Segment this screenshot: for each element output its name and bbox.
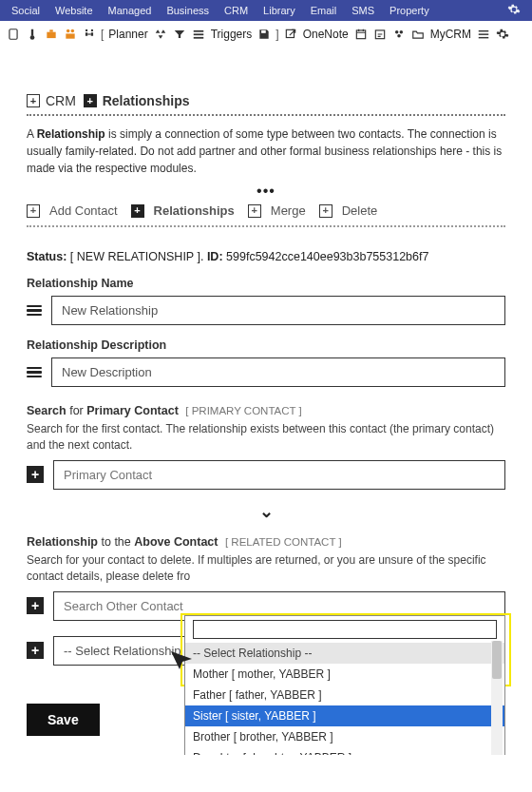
primary-contact-input[interactable] xyxy=(53,460,505,490)
toolbar: [ Planner Triggers ] OneNote MyCRM xyxy=(0,21,532,48)
status-label: Status: xyxy=(27,250,66,263)
nav-business[interactable]: Business xyxy=(166,5,209,16)
relationship-dropdown[interactable]: -- Select Relationship -- Mother [ mothe… xyxy=(184,615,505,755)
id-value: 599fc5942cce140ee93b3b755312b6f7 xyxy=(226,250,428,263)
relationship-select-row: -- Select Relationship -- Select Relatio… xyxy=(27,636,505,666)
folder-icon[interactable] xyxy=(411,28,425,41)
scrollbar-thumb[interactable] xyxy=(492,641,502,679)
status-row: Status: [ NEW RELATIONSHIP ]. ID: 599fc5… xyxy=(27,250,505,263)
device-icon[interactable] xyxy=(7,28,20,41)
add-related-icon[interactable] xyxy=(27,597,44,614)
svg-point-2 xyxy=(30,35,35,40)
group-icon[interactable] xyxy=(392,28,406,41)
dropdown-search-input[interactable] xyxy=(193,620,497,639)
recycle-icon[interactable] xyxy=(154,28,167,41)
svg-point-9 xyxy=(86,29,87,31)
add-primary-icon[interactable] xyxy=(27,466,44,483)
relationship-desc-input[interactable] xyxy=(51,357,505,387)
id-label: ID: xyxy=(207,250,223,263)
expand-relationships-icon[interactable] xyxy=(84,94,97,107)
reorder-icon[interactable] xyxy=(27,366,42,379)
svg-rect-23 xyxy=(479,37,489,38)
save-button[interactable]: Save xyxy=(27,704,100,736)
dropdown-placeholder[interactable]: -- Select Relationship -- xyxy=(185,643,504,664)
crumb-crm: CRM xyxy=(46,93,76,108)
relationships-icon[interactable] xyxy=(131,204,144,218)
bracket-close: ] xyxy=(276,28,278,41)
svg-rect-11 xyxy=(193,30,203,32)
bracket-open: [ xyxy=(101,28,104,41)
primary-sublabel: [ PRIMARY CONTACT ] xyxy=(185,405,301,416)
settings-icon[interactable] xyxy=(496,28,509,41)
ellipsis-icon[interactable]: ••• xyxy=(27,183,505,200)
merge-button[interactable]: Merge xyxy=(271,203,306,218)
svg-rect-7 xyxy=(66,33,70,38)
svg-rect-13 xyxy=(193,37,203,39)
dropdown-option-brother[interactable]: Brother [ brother, YABBER ] xyxy=(185,726,504,747)
nav-managed[interactable]: Managed xyxy=(108,5,152,16)
svg-point-10 xyxy=(91,29,93,31)
page-content: CRM Relationships A Relationship is simp… xyxy=(0,48,532,755)
onenote-link[interactable]: OneNote xyxy=(303,28,349,41)
reorder-icon[interactable] xyxy=(27,304,42,318)
mycrm-link[interactable]: MyCRM xyxy=(430,28,471,41)
planner-link[interactable]: Planner xyxy=(108,28,147,41)
svg-rect-21 xyxy=(479,30,489,31)
crumb-relationships: Relationships xyxy=(103,93,190,108)
svg-rect-15 xyxy=(286,29,294,37)
add-contact-icon[interactable] xyxy=(27,204,40,218)
dropdown-scrollbar[interactable] xyxy=(491,641,503,755)
handoff-icon[interactable] xyxy=(83,28,96,41)
relationships-button[interactable]: Relationships xyxy=(154,203,235,218)
svg-rect-3 xyxy=(47,32,55,38)
save-icon[interactable] xyxy=(257,28,271,41)
dropdown-option-daughter[interactable]: Daughter [ daughter, YABBER ] xyxy=(185,747,504,755)
name-label: Relationship Name xyxy=(27,277,505,290)
primary-label: Search for Primary Contact [ PRIMARY CON… xyxy=(27,404,505,417)
add-relationship-icon[interactable] xyxy=(27,642,44,659)
nav-property[interactable]: Property xyxy=(390,5,429,16)
delete-icon[interactable] xyxy=(319,204,332,218)
dropdown-option-father[interactable]: Father [ father, YABBER ] xyxy=(185,685,504,705)
nav-social[interactable]: Social xyxy=(11,5,40,16)
nav-crm[interactable]: CRM xyxy=(224,5,248,16)
nav-library[interactable]: Library xyxy=(263,5,295,16)
thermometer-icon[interactable] xyxy=(26,28,39,41)
intro-text: A Relationship is simply a connection of… xyxy=(27,126,505,177)
relationship-name-input[interactable] xyxy=(51,296,505,325)
dropdown-option-sister[interactable]: Sister [ sister, YABBER ] xyxy=(185,705,504,726)
primary-help: Search for the first contact. The relati… xyxy=(27,421,505,454)
filter-icon[interactable] xyxy=(173,28,186,41)
svg-point-20 xyxy=(397,34,401,38)
nav-website[interactable]: Website xyxy=(55,5,93,16)
svg-point-6 xyxy=(71,29,75,33)
related-help: Search for your contact to delete. If mu… xyxy=(27,552,505,586)
nav-email[interactable]: Email xyxy=(311,5,337,16)
expand-crm-icon[interactable] xyxy=(27,94,40,107)
divider xyxy=(27,225,505,227)
gear-icon[interactable] xyxy=(507,3,521,18)
calendar-icon[interactable] xyxy=(354,28,368,41)
briefcase-icon[interactable] xyxy=(45,28,58,41)
page-title: CRM Relationships xyxy=(27,93,505,108)
schedule-icon[interactable] xyxy=(373,28,387,41)
svg-rect-0 xyxy=(10,29,17,40)
list-icon[interactable] xyxy=(192,28,205,41)
svg-rect-8 xyxy=(70,33,75,38)
nav-sms[interactable]: SMS xyxy=(352,5,374,16)
svg-rect-14 xyxy=(261,30,266,33)
chevron-down-icon: ⌄ xyxy=(27,501,505,522)
dropdown-option-mother[interactable]: Mother [ mother, YABBER ] xyxy=(185,664,504,685)
triggers-link[interactable]: Triggers xyxy=(211,28,253,41)
merge-icon[interactable] xyxy=(248,204,261,218)
svg-rect-22 xyxy=(479,33,489,34)
related-sublabel: [ RELATED CONTACT ] xyxy=(225,536,342,548)
people-icon[interactable] xyxy=(64,28,77,41)
external-icon[interactable] xyxy=(284,28,297,41)
delete-button[interactable]: Delete xyxy=(342,203,378,218)
svg-point-19 xyxy=(399,30,403,34)
action-row: Add Contact Relationships Merge Delete xyxy=(27,203,505,218)
add-contact-button[interactable]: Add Contact xyxy=(49,203,118,218)
menu-icon[interactable] xyxy=(477,28,490,41)
svg-rect-1 xyxy=(31,29,33,36)
